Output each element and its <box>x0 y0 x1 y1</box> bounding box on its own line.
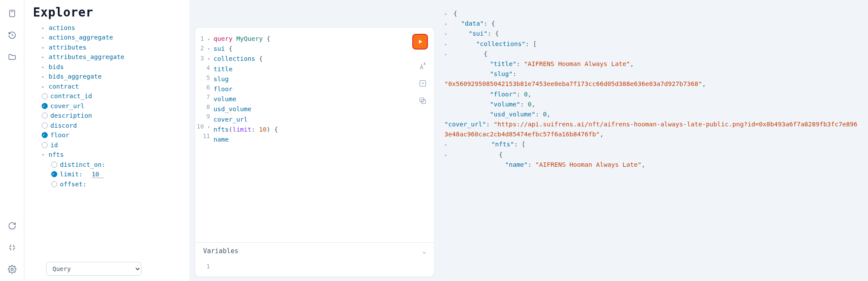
variables-toggle[interactable]: Variables ⌄ <box>195 242 434 259</box>
tree-item-cover-url[interactable]: cover_url <box>42 101 181 111</box>
run-query-button[interactable] <box>412 34 428 50</box>
tree-item-attributes[interactable]: ▸attributes <box>42 43 181 52</box>
tree-item-contract[interactable]: ▸contract <box>42 82 181 91</box>
result-panel: ▾ { ▾ "data": { ▾ "sui": { ▾ "collection… <box>440 6 864 277</box>
copy-icon[interactable] <box>418 96 427 105</box>
operation-type-select[interactable]: Query <box>46 262 141 276</box>
tree-item-actions-aggregate[interactable]: ▸actions_aggregate <box>42 33 181 42</box>
variables-label: Variables <box>203 247 238 255</box>
tree-item-actions[interactable]: ▸actions <box>42 23 181 33</box>
tree-item-nfts[interactable]: ▾nfts <box>42 150 181 159</box>
tree-item-limit[interactable]: limit: <box>51 169 181 179</box>
merge-icon[interactable] <box>418 79 427 88</box>
tree-item-id[interactable]: id <box>42 140 181 150</box>
query-editor-card: 1 ▾ 2 ▾ 3 ▾ 4 5 6 7 8 9 10 ▾ 11 query My… <box>195 28 434 277</box>
document-icon[interactable] <box>7 9 17 18</box>
history-icon[interactable] <box>7 30 17 40</box>
tree-item-floor[interactable]: floor <box>42 130 181 140</box>
tree-item-contract-id[interactable]: contract_id <box>42 91 181 101</box>
tree-item-attributes-aggregate[interactable]: ▸attributes_aggregate <box>42 52 181 62</box>
line-gutter: 1 ▾ 2 ▾ 3 ▾ 4 5 6 7 8 9 10 ▾ 11 <box>195 34 214 242</box>
tree-item-description[interactable]: description <box>42 111 181 120</box>
query-editor[interactable]: query MyQuery { sui { collections { titl… <box>214 34 428 242</box>
keyboard-icon[interactable] <box>7 243 17 252</box>
tree-item-distinct-on[interactable]: distinct_on: <box>51 160 181 169</box>
svg-point-1 <box>11 268 13 271</box>
tree-item-bids-aggregate[interactable]: ▸bids_aggregate <box>42 72 181 81</box>
chevron-down-icon: ⌄ <box>422 247 426 255</box>
schema-tree: ▸actions ▸actions_aggregate ▸attributes … <box>29 23 181 258</box>
explorer-title: Explorer <box>29 5 181 23</box>
explorer-panel: Explorer ▸actions ▸actions_aggregate ▸at… <box>24 0 189 281</box>
svg-rect-0 <box>10 10 15 17</box>
tree-item-discord[interactable]: discord <box>42 121 181 130</box>
tree-item-offset[interactable]: offset: <box>51 179 181 189</box>
tree-item-bids[interactable]: ▸bids <box>42 62 181 72</box>
main-area: 1 ▾ 2 ▾ 3 ▾ 4 5 6 7 8 9 10 ▾ 11 query My… <box>189 0 868 281</box>
refresh-icon[interactable] <box>7 221 17 231</box>
prettify-icon[interactable] <box>418 62 427 70</box>
left-rail <box>0 0 24 281</box>
gear-icon[interactable] <box>7 264 17 274</box>
limit-input[interactable] <box>92 171 104 178</box>
folder-icon[interactable] <box>7 52 17 62</box>
variables-editor[interactable]: 1 <box>195 259 434 277</box>
